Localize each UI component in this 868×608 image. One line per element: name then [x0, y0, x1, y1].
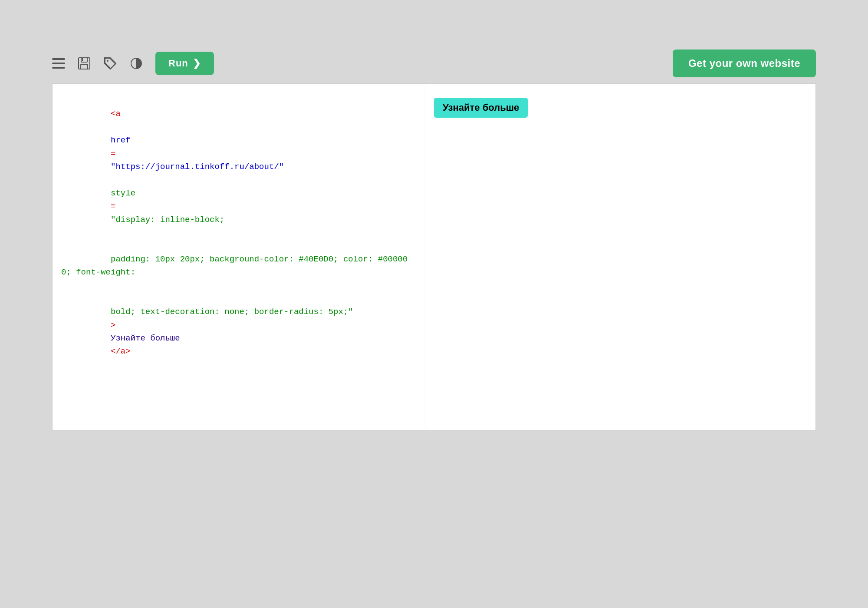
preview-panel: Узнайте больше	[425, 83, 816, 431]
style-value-1: "display: inline-block;	[111, 215, 224, 225]
preview-link-button[interactable]: Узнайте больше	[434, 98, 528, 118]
svg-point-4	[107, 60, 108, 62]
style-value-2: padding: 10px 20px; background-color: #4…	[61, 254, 408, 277]
svg-rect-2	[81, 64, 88, 69]
code-panel[interactable]: <a href = "https://journal.tinkoff.ru/ab…	[52, 83, 425, 431]
style-attr: style	[111, 188, 135, 198]
run-button[interactable]: Run ❯	[155, 52, 214, 75]
run-label: Run	[168, 58, 188, 69]
style-value-3: bold; text-decoration: none; border-radi…	[111, 307, 353, 317]
panels-wrapper: <a href = "https://journal.tinkoff.ru/ab…	[52, 83, 816, 431]
toolbar: Run ❯ Get your own website	[52, 43, 816, 83]
run-arrow: ❯	[193, 58, 201, 69]
link-text: Узнайте больше	[111, 334, 180, 343]
href-attr: href	[111, 135, 131, 145]
tag-icon[interactable]	[103, 56, 117, 70]
href-value: "https://journal.tinkoff.ru/about/"	[111, 162, 284, 172]
toolbar-left: Run ❯	[52, 52, 214, 75]
hamburger-icon[interactable]	[52, 58, 65, 69]
code-line-3: bold; text-decoration: none; border-radi…	[61, 292, 416, 371]
svg-rect-0	[79, 58, 90, 69]
contrast-icon[interactable]	[129, 56, 143, 70]
save-icon[interactable]	[77, 56, 91, 70]
editor-container: Run ❯ Get your own website <a href = "ht…	[52, 43, 816, 431]
code-line-1: <a href = "https://journal.tinkoff.ru/ab…	[61, 94, 416, 239]
get-website-button[interactable]: Get your own website	[673, 50, 816, 77]
page-wrapper: Run ❯ Get your own website <a href = "ht…	[0, 0, 868, 608]
code-line-2: padding: 10px 20px; background-color: #4…	[61, 239, 416, 292]
tag-open: <a	[111, 109, 121, 119]
